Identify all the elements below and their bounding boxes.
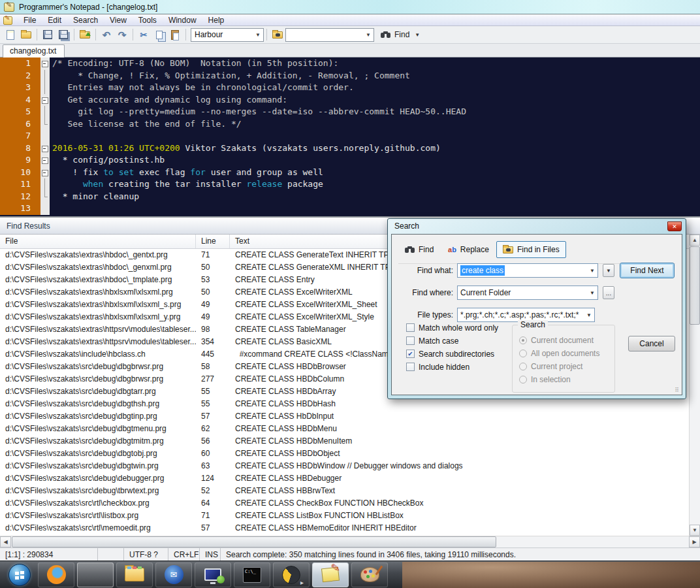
taskbar-item-command-prompt[interactable] [234, 563, 270, 587]
redo-button[interactable]: ↷ [114, 27, 130, 42]
line-number[interactable]: 13 [0, 203, 40, 215]
taskbar-item-programmers-notepad[interactable] [312, 563, 349, 587]
chevron-down-icon[interactable]: ▼ [253, 29, 263, 41]
result-row[interactable]: d:\CVSFiles\vszakats\src\debug\dbgtobj.p… [0, 448, 700, 460]
editor-line[interactable]: 4 Get accurate and dynamic log using com… [0, 94, 700, 106]
find-dropdown-button[interactable]: Find ▼ [381, 30, 420, 39]
editor-line[interactable]: 12 * minor cleanup [0, 191, 700, 203]
result-row[interactable]: d:\CVSFiles\vszakats\src\debug\tbrwtext.… [0, 485, 700, 497]
menu-search[interactable]: Search [67, 15, 104, 25]
fold-marker[interactable] [40, 130, 50, 142]
line-number[interactable]: 12 [0, 191, 40, 203]
start-button[interactable] [4, 563, 35, 587]
scroll-left-icon[interactable]: ◀ [0, 536, 11, 547]
fold-marker[interactable] [40, 203, 50, 215]
result-row[interactable]: d:\CVSFiles\vszakats\src\rtl\memoedit.pr… [0, 522, 700, 534]
radio-in-selection[interactable]: In selection [519, 375, 571, 384]
radio-current-document[interactable]: Current document [519, 336, 594, 345]
checkbox-search-subdirectories[interactable]: ✔Search subdirectories [406, 349, 494, 359]
tab-replace[interactable]: Replace [441, 241, 496, 258]
undo-button[interactable]: ↶ [99, 27, 114, 42]
line-number[interactable]: 1 [0, 57, 40, 70]
browse-folder-button[interactable]: ... [603, 286, 614, 299]
taskbar-item-media-player-classic[interactable] [273, 563, 310, 587]
tab-changelog[interactable]: changelog.txt [3, 44, 65, 57]
menu-tools[interactable]: Tools [133, 15, 163, 25]
menu-view[interactable]: View [104, 15, 133, 25]
line-number[interactable]: 10 [0, 167, 40, 179]
radio-current-project[interactable]: Current project [519, 362, 582, 371]
column-header-file[interactable]: File [0, 235, 196, 248]
chevron-down-icon[interactable]: ▼ [363, 29, 374, 41]
taskbar-item-paint[interactable] [351, 563, 388, 587]
fold-marker[interactable] [40, 94, 50, 106]
menu-help[interactable]: Help [202, 15, 231, 25]
fold-marker[interactable] [40, 118, 50, 131]
line-number[interactable]: 8 [0, 142, 40, 155]
checkbox-match-whole-word-only[interactable]: Match whole word only [406, 323, 498, 333]
editor-line[interactable]: 82016-05-31 01:26 UTC+0200 Viktor Szakat… [0, 142, 700, 155]
quick-search-input[interactable]: ▼ [285, 28, 374, 42]
scroll-up-icon[interactable]: ▲ [690, 235, 700, 246]
editor-line[interactable]: 1/* Encoding: UTF-8 (No BOM) Notation (i… [0, 57, 700, 70]
editor-line[interactable]: 3 Entries may not always be in chronolog… [0, 82, 700, 94]
scroll-down-icon[interactable]: ▼ [690, 525, 700, 536]
fold-marker[interactable] [40, 106, 50, 118]
horizontal-scroll-thumb[interactable] [12, 536, 496, 547]
taskbar-item-firefox[interactable] [38, 563, 74, 587]
dialog-close-button[interactable] [667, 221, 682, 231]
fold-marker[interactable] [40, 178, 50, 191]
editor-line[interactable]: 10 ! fix to set exec flag for user and g… [0, 167, 700, 179]
cut-button[interactable]: ✂ [136, 27, 151, 42]
editor-line[interactable]: 9 * config/postinst.hb [0, 154, 700, 167]
open-workspace-button[interactable] [77, 27, 93, 42]
menu-file[interactable]: File [18, 15, 42, 25]
column-header-line[interactable]: Line [196, 235, 230, 248]
save-all-button[interactable] [56, 27, 71, 42]
copy-button[interactable] [151, 27, 167, 42]
fold-marker[interactable] [40, 154, 50, 167]
editor-line[interactable]: 2 * Change, ! Fix, % Optimization, + Add… [0, 70, 700, 82]
fold-marker[interactable] [40, 82, 50, 94]
line-number[interactable]: 6 [0, 118, 40, 131]
fold-marker[interactable] [40, 57, 50, 70]
fold-marker[interactable] [40, 167, 50, 179]
tab-find-in-files[interactable]: Find in Files [496, 241, 566, 258]
line-number[interactable]: 2 [0, 70, 40, 82]
find-next-button[interactable]: Find Next [620, 263, 675, 278]
result-row[interactable]: d:\CVSFiles\vszakats\src\rtl\checkbox.pr… [0, 497, 700, 510]
editor-line[interactable]: 13 [0, 203, 700, 215]
result-row[interactable]: d:\CVSFiles\vszakats\src\debug\dbgtwin.p… [0, 460, 700, 472]
open-file-button[interactable] [18, 27, 34, 42]
fold-marker[interactable] [40, 191, 50, 203]
taskbar-item-internet-explorer[interactable] [77, 563, 114, 587]
scroll-right-icon[interactable]: ▶ [689, 536, 700, 547]
taskbar-item-thunderbird[interactable] [155, 563, 192, 587]
editor-line[interactable]: 5 git log --pretty=medium --no-merges --… [0, 106, 700, 118]
menu-edit[interactable]: Edit [42, 15, 67, 25]
menu-window[interactable]: Window [163, 15, 202, 25]
chevron-down-icon[interactable]: ▼ [587, 264, 597, 277]
line-number[interactable]: 11 [0, 178, 40, 191]
vertical-scroll-thumb[interactable] [690, 246, 700, 325]
radio-all-open-documents[interactable]: All open documents [519, 349, 599, 358]
line-number[interactable]: 9 [0, 154, 40, 167]
chevron-down-icon[interactable]: ▼ [584, 308, 594, 321]
result-row[interactable]: d:\CVSFiles\vszakats\src\debug\dbgtinp.p… [0, 410, 700, 423]
taskbar-item-remote-desktop[interactable] [195, 563, 231, 587]
editor-line[interactable]: 11 when creating the tar installer relea… [0, 178, 700, 191]
cancel-button[interactable]: Cancel [628, 336, 675, 351]
find-where-select[interactable]: Current Folder ▼ [457, 286, 598, 300]
resize-grip[interactable] [675, 387, 680, 393]
result-row[interactable]: d:\CVSFiles\vszakats\src\debug\dbgtmenu.… [0, 423, 700, 435]
fold-marker[interactable] [40, 70, 50, 82]
tab-find[interactable]: Find [398, 241, 440, 258]
chevron-down-icon[interactable]: ▼ [587, 286, 597, 299]
new-document-button[interactable] [3, 27, 18, 42]
line-number[interactable]: 4 [0, 94, 40, 106]
line-number[interactable]: 7 [0, 130, 40, 142]
document-icon[interactable] [3, 16, 12, 25]
result-row[interactable]: d:\CVSFiles\vszakats\src\debug\debugger.… [0, 472, 700, 485]
horizontal-scrollbar[interactable]: ◀ ▶ [0, 536, 700, 547]
find-in-files-button[interactable] [270, 27, 285, 42]
